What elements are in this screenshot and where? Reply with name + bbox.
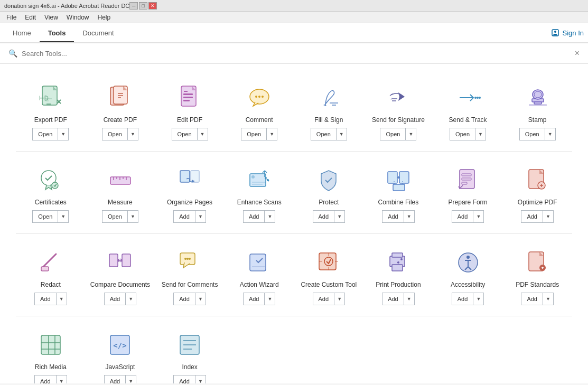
pdf-standards-btn-group: Add ▼ xyxy=(521,293,554,305)
menu-window[interactable]: Window xyxy=(62,13,94,22)
send-track-arrow-btn[interactable]: ▼ xyxy=(475,128,486,140)
export-pdf-btn-group: Open ▼ xyxy=(32,128,69,140)
close-button[interactable]: ✕ xyxy=(148,2,157,10)
svg-point-14 xyxy=(255,96,257,98)
send-comments-icon xyxy=(174,248,206,277)
accessibility-arrow-btn[interactable]: ▼ xyxy=(473,293,484,305)
maximize-button[interactable]: □ xyxy=(139,2,147,10)
fill-sign-open-btn[interactable]: Open xyxy=(311,128,337,140)
redact-icon xyxy=(35,248,67,277)
create-pdf-open-btn[interactable]: Open xyxy=(102,128,128,140)
accessibility-add-btn[interactable]: Add xyxy=(452,293,474,305)
comment-arrow-btn[interactable]: ▼ xyxy=(267,128,277,140)
search-icon: 🔍 xyxy=(8,49,17,58)
protect-btn-group: Add ▼ xyxy=(313,210,346,223)
menu-view[interactable]: View xyxy=(40,13,62,22)
svg-text:</>: </> xyxy=(114,341,127,350)
optimize-pdf-arrow-btn[interactable]: ▼ xyxy=(543,210,554,223)
tool-organize-pages: Organize Pages Add ▼ xyxy=(155,157,225,228)
send-signature-btn-group: Open ▼ xyxy=(380,128,416,140)
tool-comment: Comment Open ▼ xyxy=(225,74,294,146)
search-input[interactable] xyxy=(22,50,571,58)
index-label: Index xyxy=(182,363,197,371)
export-pdf-open-btn[interactable]: Open xyxy=(32,128,58,140)
fill-sign-arrow-btn[interactable]: ▼ xyxy=(337,128,347,140)
prepare-form-arrow-btn[interactable]: ▼ xyxy=(473,210,484,223)
redact-arrow-btn[interactable]: ▼ xyxy=(57,293,67,305)
print-production-add-btn[interactable]: Add xyxy=(382,293,404,305)
send-signature-open-btn[interactable]: Open xyxy=(380,128,406,140)
accessibility-label: Accessibility xyxy=(451,281,485,288)
certificates-arrow-btn[interactable]: ▼ xyxy=(58,210,69,223)
svg-point-15 xyxy=(258,96,260,98)
svg-point-63 xyxy=(324,257,333,266)
stamp-arrow-btn[interactable]: ▼ xyxy=(545,128,556,140)
enhance-scans-add-btn[interactable]: Add xyxy=(243,210,265,223)
pdf-standards-label: PDF Standards xyxy=(516,281,559,288)
rich-media-add-btn[interactable]: Add xyxy=(34,375,57,383)
tool-rich-media: Rich Media Add ▼ xyxy=(16,322,86,383)
edit-pdf-open-btn[interactable]: Open xyxy=(172,128,198,140)
send-comments-add-btn[interactable]: Add xyxy=(173,293,195,305)
protect-arrow-btn[interactable]: ▼ xyxy=(334,210,345,223)
tool-create-custom: Create Custom Tool Add ▼ xyxy=(294,239,364,311)
send-comments-arrow-btn[interactable]: ▼ xyxy=(195,293,206,305)
pdf-standards-add-btn[interactable]: Add xyxy=(521,293,543,305)
menu-file[interactable]: File xyxy=(2,13,21,22)
send-track-open-btn[interactable]: Open xyxy=(450,128,475,140)
tab-document[interactable]: Document xyxy=(74,25,122,42)
sign-in-button[interactable]: Sign In xyxy=(551,29,584,37)
menu-edit[interactable]: Edit xyxy=(21,13,40,22)
organize-pages-add-btn[interactable]: Add xyxy=(173,210,195,223)
protect-icon xyxy=(313,165,344,194)
javascript-add-btn[interactable]: Add xyxy=(104,375,126,383)
tool-certificates: Certificates Open ▼ xyxy=(16,157,86,228)
svg-rect-42 xyxy=(388,172,397,183)
rich-media-arrow-btn[interactable]: ▼ xyxy=(57,375,67,383)
tools-row-3: Redact Add ▼ Compare Documents Add ▼ xyxy=(16,239,572,311)
create-custom-add-btn[interactable]: Add xyxy=(313,293,335,305)
certificates-open-btn[interactable]: Open xyxy=(32,210,58,223)
create-pdf-arrow-btn[interactable]: ▼ xyxy=(128,128,138,140)
print-production-arrow-btn[interactable]: ▼ xyxy=(404,293,415,305)
enhance-scans-icon xyxy=(244,165,275,194)
tool-compare-docs: Compare Documents Add ▼ xyxy=(86,239,155,311)
redact-add-btn[interactable]: Add xyxy=(34,293,57,305)
action-wizard-arrow-btn[interactable]: ▼ xyxy=(265,293,275,305)
create-custom-arrow-btn[interactable]: ▼ xyxy=(334,293,345,305)
certificates-label: Certificates xyxy=(35,199,67,206)
measure-open-btn[interactable]: Open xyxy=(102,210,128,223)
send-signature-arrow-btn[interactable]: ▼ xyxy=(406,128,416,140)
tab-tools[interactable]: Tools xyxy=(40,25,74,42)
compare-docs-arrow-btn[interactable]: ▼ xyxy=(126,293,136,305)
index-add-btn[interactable]: Add xyxy=(173,375,195,383)
enhance-scans-arrow-btn[interactable]: ▼ xyxy=(265,210,275,223)
svg-rect-44 xyxy=(393,184,405,191)
tab-home[interactable]: Home xyxy=(4,25,40,42)
edit-pdf-arrow-btn[interactable]: ▼ xyxy=(198,128,208,140)
index-arrow-btn[interactable]: ▼ xyxy=(195,375,206,383)
prepare-form-add-btn[interactable]: Add xyxy=(452,210,474,223)
organize-pages-arrow-btn[interactable]: ▼ xyxy=(195,210,206,223)
stamp-open-btn[interactable]: Open xyxy=(519,128,545,140)
search-close-icon[interactable]: × xyxy=(575,49,580,58)
compare-docs-add-btn[interactable]: Add xyxy=(104,293,126,305)
create-pdf-btn-group: Open ▼ xyxy=(102,128,138,140)
tools-row-2: Certificates Open ▼ Measure Open xyxy=(16,157,572,228)
javascript-arrow-btn[interactable]: ▼ xyxy=(126,375,136,383)
optimize-pdf-add-btn[interactable]: Add xyxy=(521,210,543,223)
action-wizard-add-btn[interactable]: Add xyxy=(243,293,265,305)
menu-help[interactable]: Help xyxy=(94,13,115,22)
comment-open-btn[interactable]: Open xyxy=(241,128,267,140)
protect-add-btn[interactable]: Add xyxy=(313,210,335,223)
measure-arrow-btn[interactable]: ▼ xyxy=(128,210,138,223)
combine-files-arrow-btn[interactable]: ▼ xyxy=(404,210,415,223)
pdf-standards-arrow-btn[interactable]: ▼ xyxy=(543,293,554,305)
export-pdf-arrow-btn[interactable]: ▼ xyxy=(58,128,69,140)
javascript-icon: </> xyxy=(104,330,136,359)
svg-point-58 xyxy=(184,258,186,260)
minimize-button[interactable]: ─ xyxy=(129,2,138,10)
tool-fill-sign: Fill & Sign Open ▼ xyxy=(294,74,364,146)
tool-action-wizard: Action Wizard Add ▼ xyxy=(225,239,294,311)
combine-files-add-btn[interactable]: Add xyxy=(382,210,404,223)
